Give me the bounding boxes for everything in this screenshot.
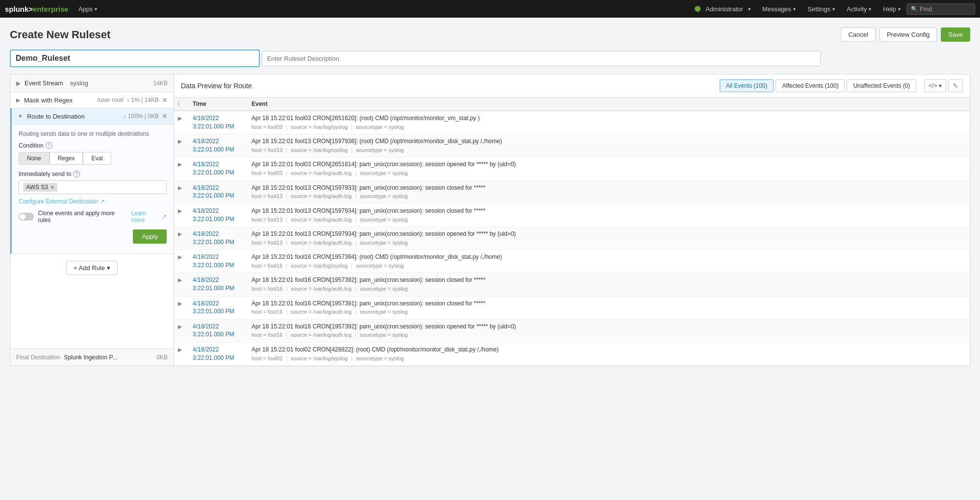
route-rule-row[interactable]: ▼ Route to Destination ↓ 100% | 0KB ✕ <box>10 108 174 125</box>
data-table: i Time Event ▶ 4/18/20223:22:01.000 PM A… <box>174 98 970 366</box>
event-main-4[interactable]: ▶ 4/18/20223:22:01.000 PM Apr 18 15:22:0… <box>174 204 970 226</box>
page-title: Create New Ruleset <box>10 28 110 41</box>
ruleset-name-input[interactable] <box>10 50 260 67</box>
event-caret-9[interactable]: ▶ <box>174 323 189 331</box>
event-row-3: ▶ 4/18/20223:22:01.000 PM Apr 18 15:22:0… <box>174 181 970 204</box>
col-event: Event <box>248 100 970 107</box>
event-caret-8[interactable]: ▶ <box>174 300 189 308</box>
condition-none-button[interactable]: None <box>19 152 50 165</box>
event-main-9[interactable]: ▶ 4/18/20223:22:01.000 PM Apr 18 15:22:0… <box>174 320 970 342</box>
condition-help-icon[interactable]: ? <box>46 142 52 149</box>
mask-rule-close-icon[interactable]: ✕ <box>162 96 168 104</box>
mask-rule-row[interactable]: ▶ Mask with Regex /user root/ ↓ 1% | 14K… <box>10 92 174 108</box>
event-main-0[interactable]: ▶ 4/18/20223:22:01.000 PM Apr 18 15:22:0… <box>174 111 970 134</box>
tab-unaffected-events[interactable]: Unaffected Events (0) <box>847 79 916 92</box>
event-caret-7[interactable]: ▶ <box>174 276 189 284</box>
apps-caret-icon: ▾ <box>95 6 97 12</box>
ruleset-description-input[interactable] <box>262 51 821 66</box>
event-time-8: 4/18/20223:22:01.000 PM <box>189 300 248 316</box>
event-time-7: 4/18/20223:22:01.000 PM <box>189 276 248 293</box>
main-layout: ▶ Event Stream syslog 14KB ▶ Mask with R… <box>10 74 970 366</box>
apply-button[interactable]: Apply <box>133 229 167 244</box>
event-main-8[interactable]: ▶ 4/18/20223:22:01.000 PM Apr 18 15:22:0… <box>174 297 970 319</box>
code-icon: </> <box>929 82 937 89</box>
event-caret-3[interactable]: ▶ <box>174 184 189 192</box>
event-time-9: 4/18/20223:22:01.000 PM <box>189 323 248 339</box>
tab-all-events[interactable]: All Events (100) <box>720 79 774 92</box>
configure-external-link[interactable]: Configure External Destination ↗ <box>19 198 167 205</box>
event-time-5: 4/18/20223:22:01.000 PM <box>189 230 248 247</box>
condition-label: Condition ? <box>19 142 167 149</box>
global-search[interactable]: 🔍 Find <box>906 3 975 15</box>
preview-header: Data Preview for Route All Events (100) … <box>174 75 970 98</box>
event-content-5: Apr 18 15:22:01 fool13 CRON[1597934]: pa… <box>248 230 970 247</box>
preview-config-button[interactable]: Preview Config <box>879 27 937 42</box>
clone-row: Clone events and apply more rules Learn … <box>19 210 167 224</box>
event-main-1[interactable]: ▶ 4/18/20223:22:01.000 PM Apr 18 15:22:0… <box>174 134 970 157</box>
add-rule-button[interactable]: + Add Rule ▾ <box>66 261 118 275</box>
destination-tag-label: AWS S3 <box>26 184 48 191</box>
event-main-2[interactable]: ▶ 4/18/20223:22:01.000 PM Apr 18 15:22:0… <box>174 157 970 180</box>
route-rule-close-icon[interactable]: ✕ <box>162 112 168 120</box>
clone-toggle[interactable] <box>19 213 34 221</box>
send-to-help-icon[interactable]: ? <box>73 171 80 177</box>
nav-apps[interactable]: Apps ▾ <box>73 0 103 18</box>
learn-more-icon: ↗ <box>162 213 167 220</box>
condition-regex-button[interactable]: Regex <box>50 152 83 165</box>
add-rule-caret-icon: ▾ <box>107 264 110 272</box>
code-caret-icon: ▾ <box>939 82 942 89</box>
event-caret-10[interactable]: ▶ <box>174 346 189 354</box>
tab-affected-events[interactable]: Affected Events (100) <box>776 79 845 92</box>
route-rule-meta: ↓ 100% | 0KB ✕ <box>124 112 168 120</box>
logo[interactable]: splunk>enterprise <box>5 5 69 13</box>
event-content-0: Apr 18 15:22:01 fool03 CRON[2651620]: (r… <box>248 114 970 131</box>
event-caret-5[interactable]: ▶ <box>174 230 189 238</box>
event-row-4: ▶ 4/18/20223:22:01.000 PM Apr 18 15:22:0… <box>174 204 970 227</box>
event-content-3: Apr 18 15:22:01 fool13 CRON[1597933]: pa… <box>248 184 970 200</box>
event-row-5: ▶ 4/18/20223:22:01.000 PM Apr 18 15:22:0… <box>174 227 970 250</box>
event-caret-4[interactable]: ▶ <box>174 207 189 215</box>
event-main-6[interactable]: ▶ 4/18/20223:22:01.000 PM Apr 18 15:22:0… <box>174 250 970 273</box>
toggle-knob <box>20 214 25 220</box>
nav-messages[interactable]: Messages ▾ <box>756 0 802 18</box>
destination-input[interactable]: AWS S3 ✕ <box>19 180 167 194</box>
event-caret-2[interactable]: ▶ <box>174 160 189 169</box>
event-row-2: ▶ 4/18/20223:22:01.000 PM Apr 18 15:22:0… <box>174 157 970 180</box>
event-main-10[interactable]: ▶ 4/18/20223:22:01.000 PM Apr 18 15:22:0… <box>174 343 970 365</box>
condition-eval-button[interactable]: Eval <box>83 152 111 165</box>
event-main-7[interactable]: ▶ 4/18/20223:22:01.000 PM Apr 18 15:22:0… <box>174 273 970 296</box>
code-view-button[interactable]: </> ▾ <box>924 79 946 92</box>
cancel-button[interactable]: Cancel <box>841 27 875 42</box>
edit-button[interactable]: ✎ <box>948 79 963 92</box>
external-link-icon: ↗ <box>100 198 105 205</box>
save-button[interactable]: Save <box>941 27 970 42</box>
event-time-6: 4/18/20223:22:01.000 PM <box>189 253 248 270</box>
event-time-0: 4/18/20223:22:01.000 PM <box>189 114 248 131</box>
event-content-6: Apr 18 15:22:01 fool16 CRON[1957394]: (r… <box>248 253 970 270</box>
event-main-3[interactable]: ▶ 4/18/20223:22:01.000 PM Apr 18 15:22:0… <box>174 181 970 203</box>
event-stream-label: Event Stream <box>25 79 63 87</box>
page-title-row: Create New Ruleset Cancel Preview Config… <box>10 27 970 42</box>
event-time-2: 4/18/20223:22:01.000 PM <box>189 160 248 177</box>
event-caret-1[interactable]: ▶ <box>174 137 189 146</box>
search-icon: 🔍 <box>911 6 918 12</box>
destination-tag-close-icon[interactable]: ✕ <box>50 184 54 191</box>
col-time: Time <box>189 100 248 107</box>
event-row-0: ▶ 4/18/20223:22:01.000 PM Apr 18 15:22:0… <box>174 111 970 134</box>
add-rule-label: + Add Rule <box>74 264 105 272</box>
nav-activity[interactable]: Activity ▾ <box>841 0 877 18</box>
event-stream-value: syslog <box>70 79 88 87</box>
event-stream-row[interactable]: ▶ Event Stream syslog 14KB <box>10 75 174 92</box>
help-caret-icon: ▾ <box>898 6 901 12</box>
event-caret-6[interactable]: ▶ <box>174 253 189 261</box>
nav-help[interactable]: Help ▾ <box>877 0 906 18</box>
nav-settings[interactable]: Settings ▾ <box>802 0 841 18</box>
learn-more-link[interactable]: Learn more ↗ <box>131 210 167 224</box>
event-row-10: ▶ 4/18/20223:22:01.000 PM Apr 18 15:22:0… <box>174 343 970 366</box>
admin-caret-icon: ▾ <box>748 6 751 12</box>
event-main-5[interactable]: ▶ 4/18/20223:22:01.000 PM Apr 18 15:22:0… <box>174 227 970 250</box>
event-content-1: Apr 18 15:22:01 fool13 CRON[1597936]: (r… <box>248 137 970 154</box>
nav-status[interactable]: Administrator ▾ <box>689 0 756 18</box>
messages-caret-icon: ▾ <box>793 6 796 12</box>
event-caret-0[interactable]: ▶ <box>174 114 189 123</box>
